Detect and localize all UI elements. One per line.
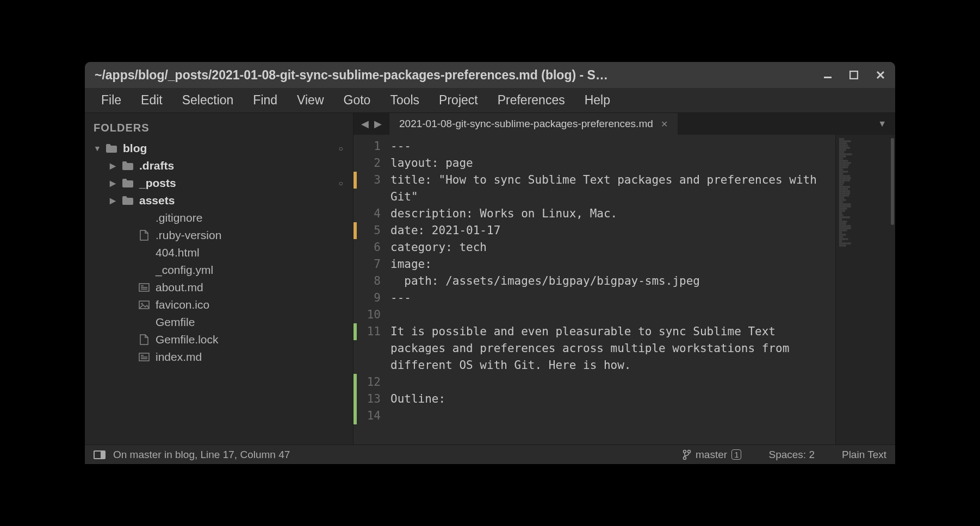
tree-folder[interactable]: ▶_posts○ (85, 174, 353, 192)
menu-help[interactable]: Help (575, 90, 620, 111)
tree-file[interactable]: about.md (85, 279, 353, 296)
minimize-button[interactable] (823, 71, 832, 79)
branch-name: master (696, 449, 727, 461)
line-number: 8 (359, 273, 390, 290)
tree-folder[interactable]: ▶assets (85, 192, 353, 209)
titlebar: ~/apps/blog/_posts/2021-01-08-git-sync-s… (85, 62, 895, 88)
panel-toggle-icon[interactable] (94, 450, 106, 459)
sidebar-title: FOLDERS (85, 118, 353, 140)
code-line[interactable]: 11It is possible and even pleasurable to… (353, 323, 835, 374)
svg-rect-0 (824, 77, 832, 78)
line-number: 10 (359, 306, 390, 323)
code-text[interactable]: path: /assets/images/bigpay/bigpay-sms.j… (390, 273, 835, 290)
statusbar: On master in blog, Line 17, Column 47 ma… (85, 444, 895, 464)
dirty-count-badge: 1 (731, 449, 741, 460)
tab-close-icon[interactable]: ✕ (661, 119, 668, 129)
tree-label: Gemfile.lock (156, 333, 219, 346)
line-number: 3 (359, 172, 390, 189)
tree-label: favicon.ico (156, 298, 209, 311)
code-line[interactable]: 13Outline: (353, 391, 835, 408)
menu-view[interactable]: View (287, 90, 333, 111)
code-line[interactable]: 6category: tech (353, 239, 835, 256)
code-text[interactable]: title: "How to sync Sublime Text package… (390, 172, 835, 205)
tree-file[interactable]: _config.yml (85, 261, 353, 279)
menu-tools[interactable]: Tools (380, 90, 429, 111)
minimap-scrollbar[interactable] (891, 138, 894, 225)
tree-label: blog (123, 142, 147, 155)
folder-icon (122, 178, 134, 188)
code-text[interactable]: image: (390, 256, 835, 273)
line-number: 4 (359, 205, 390, 222)
code-line[interactable]: 3title: "How to sync Sublime Text packag… (353, 172, 835, 205)
tab-active[interactable]: 2021-01-08-git-sync-sublime-packages-pre… (389, 113, 678, 135)
svg-point-4 (141, 303, 143, 305)
tree-file[interactable]: index.md (85, 348, 353, 366)
tree-file[interactable]: 404.html (85, 244, 353, 261)
status-syntax[interactable]: Plain Text (842, 449, 886, 461)
tree-label: about.md (156, 281, 203, 294)
status-cursor[interactable]: On master in blog, Line 17, Column 47 (113, 449, 290, 461)
tree-folder[interactable]: ▶.drafts (85, 157, 353, 174)
none-icon (138, 317, 150, 327)
tab-prev-icon[interactable]: ◀ (361, 118, 369, 130)
chevron-right-icon[interactable]: ▶ (110, 179, 116, 187)
tree-file[interactable]: favicon.ico (85, 296, 353, 314)
tree-folder[interactable]: ▼blog○ (85, 140, 353, 157)
tab-next-icon[interactable]: ▶ (374, 118, 382, 130)
svg-point-6 (684, 450, 686, 453)
line-number: 2 (359, 155, 390, 172)
menu-find[interactable]: Find (243, 90, 287, 111)
tree-file[interactable]: Gemfile (85, 314, 353, 331)
code-text[interactable]: date: 2021-01-17 (390, 222, 835, 239)
tree-file[interactable]: .ruby-version (85, 227, 353, 244)
code-text[interactable]: Outline: (390, 391, 835, 408)
menu-selection[interactable]: Selection (172, 90, 244, 111)
code-line[interactable]: 12 (353, 374, 835, 391)
code-line[interactable]: 4description: Works on Linux, Mac. (353, 205, 835, 222)
branch-icon (683, 449, 691, 460)
md-icon (138, 283, 150, 292)
gutter-mark (353, 374, 359, 391)
maximize-button[interactable] (849, 71, 858, 79)
chevron-right-icon[interactable]: ▶ (110, 196, 116, 205)
menu-preferences[interactable]: Preferences (488, 90, 575, 111)
code-text[interactable]: It is possible and even pleasurable to s… (390, 323, 835, 374)
code-line[interactable]: 5date: 2021-01-17 (353, 222, 835, 239)
menu-project[interactable]: Project (429, 90, 488, 111)
code-line[interactable]: 2layout: page (353, 155, 835, 172)
code-text[interactable]: layout: page (390, 155, 835, 172)
code-line[interactable]: 10 (353, 306, 835, 323)
code-text[interactable]: --- (390, 290, 835, 306)
line-number: 5 (359, 222, 390, 239)
code-line[interactable]: 1--- (353, 138, 835, 155)
tree-file[interactable]: .gitignore (85, 209, 353, 227)
code-line[interactable]: 7image: (353, 256, 835, 273)
tree-file[interactable]: Gemfile.lock (85, 331, 353, 348)
none-icon (138, 248, 150, 258)
menu-goto[interactable]: Goto (334, 90, 381, 111)
tree-label: Gemfile (156, 316, 195, 329)
code-text[interactable]: description: Works on Linux, Mac. (390, 205, 835, 222)
editor-viewport[interactable]: 1---2layout: page3title: "How to sync Su… (353, 135, 835, 444)
tree-label: _config.yml (156, 264, 213, 277)
menu-file[interactable]: File (91, 90, 131, 111)
code-text[interactable]: category: tech (390, 239, 835, 256)
code-line[interactable]: 9--- (353, 290, 835, 306)
close-button[interactable] (876, 70, 885, 80)
chevron-down-icon[interactable]: ▼ (94, 144, 100, 153)
md-icon (138, 352, 150, 362)
code-line[interactable]: 14 (353, 408, 835, 424)
code-line[interactable]: 8 path: /assets/images/bigpay/bigpay-sms… (353, 273, 835, 290)
editor-area: 1---2layout: page3title: "How to sync Su… (353, 135, 895, 444)
window-title: ~/apps/blog/_posts/2021-01-08-git-sync-s… (95, 68, 823, 83)
folder-icon (122, 161, 134, 171)
code-text[interactable]: --- (390, 138, 835, 155)
chevron-right-icon[interactable]: ▶ (110, 161, 116, 170)
svg-point-8 (684, 456, 686, 459)
tab-dropdown-icon[interactable]: ▼ (869, 113, 895, 135)
menu-edit[interactable]: Edit (131, 90, 172, 111)
status-indent[interactable]: Spaces: 2 (768, 449, 815, 461)
minimap[interactable]: █████ ████████████ ████████ █████████ ██… (835, 135, 895, 444)
status-branch[interactable]: master 1 (683, 449, 741, 461)
file-icon (138, 335, 150, 345)
